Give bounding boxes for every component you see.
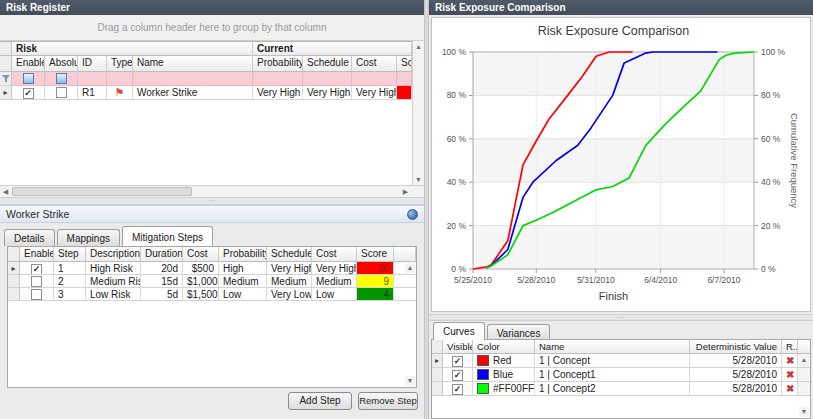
risk-row[interactable]: ▸ R1 ⚑ Worker Strike Very High Very High… — [0, 86, 412, 100]
mit-step-cell[interactable]: 3 — [54, 288, 86, 301]
mitigation-row[interactable]: 3 Low Risk 5d $1,500 Low Very Low Low 4 — [8, 288, 416, 301]
mit-score-cell[interactable]: 20 — [357, 262, 394, 275]
mit-probability-cell[interactable]: Low — [219, 288, 267, 301]
mit-column-schedule[interactable]: Schedule — [267, 247, 312, 262]
filter-cell-schedule[interactable] — [303, 72, 352, 86]
column-header-id[interactable]: ID — [78, 56, 107, 72]
mit-column-score[interactable]: Score — [357, 247, 394, 262]
remove-curve-icon[interactable]: ✖ — [786, 355, 794, 366]
horizontal-splitter[interactable]: ⋯ — [429, 314, 813, 321]
curve-remove-cell[interactable]: ✖ — [782, 354, 798, 368]
scroll-up-arrow[interactable]: ▲ — [405, 263, 415, 273]
mit-schedule-cell[interactable]: Medium — [267, 275, 312, 288]
filter-cell-cost[interactable] — [352, 72, 397, 86]
curve-row[interactable]: ▸ Red 1 | Concept 5/28/2010 ✖ — [432, 354, 810, 368]
horizontal-splitter[interactable]: ⋯ — [0, 197, 424, 205]
mit-column-duration[interactable]: Duration — [141, 247, 183, 262]
column-header-name[interactable]: Name — [133, 56, 253, 72]
mitigation-row[interactable]: ▸ 1 High Risk 20d $500 High Very High Ve… — [8, 262, 416, 275]
scroll-left-arrow[interactable]: ◀ — [0, 186, 11, 197]
scroll-down-arrow[interactable]: ▼ — [405, 376, 415, 386]
curve-name-cell[interactable]: 1 | Concept — [535, 354, 690, 368]
remove-curve-icon[interactable]: ✖ — [786, 369, 794, 380]
column-header-cost[interactable]: Cost — [352, 56, 397, 72]
filter-cell-enabled[interactable] — [12, 72, 45, 86]
tab-mitigation-steps[interactable]: Mitigation Steps — [122, 226, 213, 246]
curve-visible-cell[interactable] — [443, 354, 473, 368]
mit-step-cell[interactable]: 2 — [54, 275, 86, 288]
mit-description-cell[interactable]: Low Risk — [86, 288, 141, 301]
mit-cost2-cell[interactable]: Very High — [312, 262, 357, 275]
curve-row[interactable]: Blue 1 | Concept1 5/28/2010 ✖ — [432, 368, 810, 382]
curve-color-cell[interactable]: Blue — [473, 368, 535, 382]
mit-probability-cell[interactable]: High — [219, 262, 267, 275]
column-header-enabled[interactable]: Enabled — [12, 56, 45, 72]
risk-name-cell[interactable]: Worker Strike — [133, 86, 253, 100]
filter-absolute-button[interactable] — [56, 73, 67, 84]
curve-color-cell[interactable]: #FF00FF00 — [473, 382, 535, 396]
risk-absolute-cell[interactable] — [45, 86, 78, 100]
scroll-right-arrow[interactable]: ▶ — [400, 186, 411, 197]
mit-enabled-cell[interactable] — [20, 262, 54, 275]
mit-probability-cell[interactable]: Medium — [219, 275, 267, 288]
curve-visible-checkbox[interactable] — [452, 384, 463, 395]
mit-enabled-cell[interactable] — [20, 288, 54, 301]
mit-column-enabled[interactable]: Enabled — [20, 247, 54, 262]
mit-cost-cell[interactable]: $500 — [183, 262, 219, 275]
risk-type-cell[interactable]: ⚑ — [107, 86, 133, 100]
curves-column-deterministic[interactable]: Deterministic Value — [690, 340, 782, 354]
mit-schedule-cell[interactable]: Very High — [267, 262, 312, 275]
scroll-up-arrow[interactable]: ▲ — [413, 41, 424, 52]
risk-probability-cell[interactable]: Very High — [253, 86, 303, 100]
mit-score-cell[interactable]: 4 — [357, 288, 394, 301]
curve-deterministic-cell[interactable]: 5/28/2010 — [690, 368, 782, 382]
curves-column-color[interactable]: Color — [473, 340, 535, 354]
risk-enabled-cell[interactable] — [12, 86, 45, 100]
mit-column-cost2[interactable]: Cost — [312, 247, 357, 262]
scroll-down-arrow[interactable]: ▼ — [799, 407, 809, 417]
mit-enabled-checkbox[interactable] — [31, 289, 42, 300]
mit-column-description[interactable]: Description — [86, 247, 141, 262]
column-header-absolute[interactable]: Absolu... — [45, 56, 78, 72]
mit-column-cost[interactable]: Cost — [183, 247, 219, 262]
mit-enabled-cell[interactable] — [20, 275, 54, 288]
mit-description-cell[interactable]: High Risk — [86, 262, 141, 275]
curve-visible-cell[interactable] — [443, 382, 473, 396]
risk-schedule-cell[interactable]: Very High — [303, 86, 352, 100]
mit-duration-cell[interactable]: 15d — [141, 275, 183, 288]
curves-column-name[interactable]: Name — [535, 340, 690, 354]
mit-duration-cell[interactable]: 5d — [141, 288, 183, 301]
mit-enabled-checkbox[interactable] — [31, 264, 42, 275]
tab-variances[interactable]: Variances — [487, 324, 551, 340]
scroll-up-arrow[interactable]: ▲ — [799, 355, 809, 365]
mit-cost2-cell[interactable]: Low — [312, 288, 357, 301]
mit-cost-cell[interactable]: $1,500 — [183, 288, 219, 301]
curve-color-cell[interactable]: Red — [473, 354, 535, 368]
curve-row[interactable]: #FF00FF00 1 | Concept2 5/28/2010 ✖ — [432, 382, 810, 396]
curve-deterministic-cell[interactable]: 5/28/2010 — [690, 354, 782, 368]
curves-scroll-track[interactable] — [798, 368, 810, 382]
mit-schedule-cell[interactable]: Very Low — [267, 288, 312, 301]
curves-scroll-track[interactable] — [798, 382, 810, 396]
band-header-risk[interactable]: Risk — [12, 42, 253, 56]
mit-column-step[interactable]: Step — [54, 247, 86, 262]
curve-name-cell[interactable]: 1 | Concept2 — [535, 382, 690, 396]
risk-id-cell[interactable]: R1 — [78, 86, 107, 100]
band-header-current[interactable]: Current — [253, 42, 412, 56]
curves-column-visible[interactable]: Visible — [443, 340, 473, 354]
mit-enabled-checkbox[interactable] — [31, 276, 42, 287]
remove-curve-icon[interactable]: ✖ — [786, 383, 794, 394]
mit-column-probability[interactable]: Probability — [219, 247, 267, 262]
scroll-down-arrow[interactable]: ▼ — [413, 174, 424, 185]
curve-remove-cell[interactable]: ✖ — [782, 368, 798, 382]
curve-visible-cell[interactable] — [443, 368, 473, 382]
curve-name-cell[interactable]: 1 | Concept1 — [535, 368, 690, 382]
tab-curves[interactable]: Curves — [433, 322, 485, 340]
tab-details[interactable]: Details — [4, 229, 55, 246]
filter-cell-id[interactable] — [78, 72, 107, 86]
filter-cell-name[interactable] — [133, 72, 253, 86]
mitigation-row[interactable]: 2 Medium Risk 15d $1,000 Medium Medium M… — [8, 275, 416, 288]
add-step-button[interactable]: Add Step — [288, 392, 352, 410]
filter-cell-score[interactable] — [397, 72, 412, 86]
filter-cell-probability[interactable] — [253, 72, 303, 86]
